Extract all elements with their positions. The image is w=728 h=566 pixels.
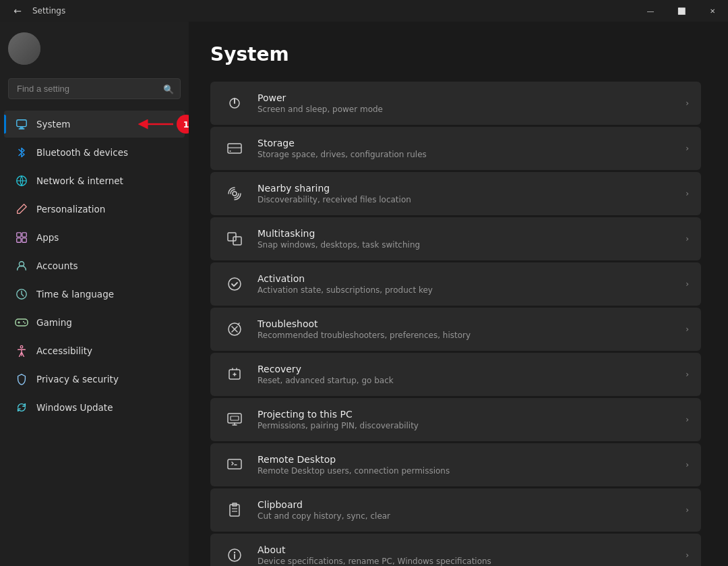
sidebar-label-privacy: Privacy & security [36,374,119,385]
sidebar-item-system[interactable]: System [4,111,185,138]
recovery-text: Recovery Reset, advanced startup, go bac… [257,364,680,385]
clipboard-title: Clipboard [257,499,680,510]
gaming-icon [15,316,28,329]
avatar-image [8,32,40,65]
multitasking-desc: Snap windows, desktops, task switching [257,240,680,250]
apps-icon [15,231,28,244]
sidebar-item-gaming[interactable]: Gaming [4,309,185,336]
svg-rect-1 [20,128,23,129]
clipboard-desc: Cut and copy history, sync, clear [257,511,680,521]
projecting-desc: Permissions, pairing PIN, discoverabilit… [257,421,680,430]
svg-rect-2 [19,128,25,129]
settings-list: Power Screen and sleep, power mode › Sto… [210,82,701,566]
sidebar-label-network: Network & internet [36,175,123,186]
minimize-button[interactable]: — [635,0,666,22]
recovery-desc: Reset, advanced startup, go back [257,376,680,385]
recovery-chevron: › [686,370,689,379]
storage-chevron: › [686,144,689,153]
clipboard-text: Clipboard Cut and copy history, sync, cl… [257,499,680,521]
multitasking-chevron: › [686,234,689,244]
power-desc: Screen and sleep, power mode [257,105,680,114]
sidebar-label-time: Time & language [36,289,114,300]
svg-point-36 [234,552,235,553]
settings-item-clipboard[interactable]: Clipboard Cut and copy history, sync, cl… [210,488,701,532]
svg-point-22 [233,192,237,196]
user-area [0,22,189,73]
settings-item-troubleshoot[interactable]: Troubleshoot Recommended troubleshooters… [210,308,701,351]
sidebar-item-bluetooth[interactable]: Bluetooth & devices [4,139,185,166]
power-text: Power Screen and sleep, power mode [257,92,680,114]
svg-rect-0 [17,120,26,127]
settings-item-storage[interactable]: Storage Storage space, drives, configura… [210,127,701,170]
svg-rect-8 [22,238,26,242]
search-box: 🔍 [8,78,181,99]
svg-point-15 [24,322,26,324]
remote-chevron: › [686,460,689,470]
titlebar: ← Settings — ⬜ ✕ [0,0,728,22]
remote-title: Remote Desktop [257,454,680,465]
about-desc: Device specifications, rename PC, Window… [257,557,680,566]
avatar [8,32,40,65]
bluetooth-icon [15,146,28,159]
remote-icon [222,453,247,477]
sidebar-label-bluetooth: Bluetooth & devices [36,147,128,158]
back-button[interactable]: ← [8,1,27,20]
svg-rect-7 [17,238,21,242]
recovery-icon [222,362,247,387]
svg-rect-6 [22,233,26,237]
settings-item-about[interactable]: About Device specifications, rename PC, … [210,534,701,566]
multitasking-icon [222,227,247,251]
settings-item-projecting[interactable]: Projecting to this PC Permissions, pairi… [210,398,701,441]
troubleshoot-icon [222,317,247,341]
titlebar-controls: — ⬜ ✕ [635,0,728,22]
settings-item-multitasking[interactable]: Multitasking Snap windows, desktops, tas… [210,217,701,260]
settings-item-remote[interactable]: Remote Desktop Remote Desktop users, con… [210,443,701,486]
settings-item-recovery[interactable]: Recovery Reset, advanced startup, go bac… [210,353,701,396]
about-text: About Device specifications, rename PC, … [257,544,680,566]
titlebar-title: Settings [32,6,65,16]
sidebar-label-system: System [36,119,70,130]
privacy-icon [15,372,28,386]
svg-rect-30 [228,459,241,469]
troubleshoot-text: Troubleshoot Recommended troubleshooters… [257,318,680,340]
system-icon [15,117,28,131]
activation-icon [222,272,247,296]
power-title: Power [257,92,680,103]
troubleshoot-title: Troubleshoot [257,318,680,329]
sidebar-item-apps[interactable]: Apps [4,224,185,251]
accessibility-icon [15,344,28,358]
sidebar-item-accessibility[interactable]: Accessibility [4,337,185,364]
sidebar-label-update: Windows Update [36,402,113,413]
remote-desc: Remote Desktop users, connection permiss… [257,466,680,476]
settings-item-nearby[interactable]: Nearby sharing Discoverability, received… [210,172,701,215]
about-chevron: › [686,550,689,560]
close-button[interactable]: ✕ [697,0,728,22]
svg-rect-28 [228,414,241,423]
sidebar-item-update[interactable]: Windows Update [4,394,185,421]
update-icon [15,401,28,414]
settings-item-power[interactable]: Power Screen and sleep, power mode › [210,82,701,125]
nearby-icon [222,181,247,206]
projecting-text: Projecting to this PC Permissions, pairi… [257,409,680,430]
svg-rect-19 [228,144,241,153]
search-input[interactable] [8,78,181,99]
time-icon [15,287,28,301]
activation-chevron: › [686,279,689,289]
sidebar-item-privacy[interactable]: Privacy & security [4,366,185,393]
nearby-text: Nearby sharing Discoverability, received… [257,183,680,204]
sidebar-item-network[interactable]: Network & internet [4,167,185,194]
maximize-button[interactable]: ⬜ [666,0,697,22]
svg-rect-29 [231,416,239,420]
sidebar-item-accounts[interactable]: Accounts [4,252,185,279]
multitasking-text: Multitasking Snap windows, desktops, tas… [257,228,680,250]
settings-item-activation[interactable]: Activation Activation state, subscriptio… [210,262,701,306]
nearby-chevron: › [686,189,689,198]
svg-rect-5 [17,233,21,237]
about-title: About [257,544,680,555]
svg-point-25 [229,278,241,290]
sidebar-item-personalization[interactable]: Personalization [4,196,185,223]
sidebar-label-accessibility: Accessibility [36,345,92,356]
sidebar-item-time[interactable]: Time & language [4,281,185,308]
activation-title: Activation [257,273,680,284]
remote-text: Remote Desktop Remote Desktop users, con… [257,454,680,476]
